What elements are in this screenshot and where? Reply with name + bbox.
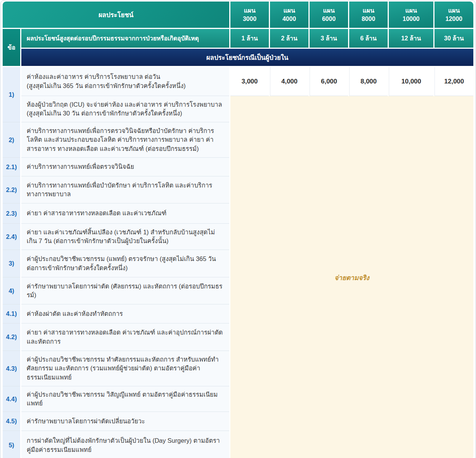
- item-no-cell: 4.5): [3, 412, 20, 431]
- max-benefit-value-cell: 3 ล้าน: [310, 29, 348, 49]
- benefit-desc-cell: ค่ายา และค่าเวชภัณฑ์สิ้นเปลือง (เวชภัณฑ์…: [21, 224, 229, 250]
- insurance-benefits-table: ผลประโยชน์ แผน 3000 แผน 4000 แผน 6000 แผ…: [2, 2, 474, 458]
- benefit-header-cell: ผลประโยชน์: [3, 2, 229, 29]
- benefit-desc-cell: ค่ารักษาพยาบาลโดยการผ่าตัดเปลี่ยนอวัยวะ: [21, 412, 229, 431]
- table-row: 1) ค่าห้องและค่าอาหาร ค่าบริการโรงพยาบาล…: [3, 67, 473, 96]
- max-benefit-row: ข้อ ผลประโยชน์สูงสุดต่อรอบปีกรรมธรรมจากก…: [3, 29, 473, 49]
- plan-header-cell: แผน 10000: [389, 2, 433, 29]
- plan-label: แผน: [230, 6, 269, 15]
- item-no-cell: 2.2): [3, 176, 20, 203]
- plan-label: แผน: [349, 6, 388, 15]
- plan-header-row: ผลประโยชน์ แผน 3000 แผน 4000 แผน 6000 แผ…: [3, 2, 473, 29]
- plan-value-cell: 3,000: [230, 67, 269, 96]
- plan-label: แผน: [434, 6, 473, 15]
- plan-label: แผน: [270, 6, 308, 15]
- benefit-desc-cell: ค่าบริการทางการแพทย์เพื่อการตรวจวินิจฉัย…: [21, 122, 229, 158]
- plan-code: 4000: [270, 15, 308, 23]
- plan-label: แผน: [310, 6, 348, 15]
- max-benefit-label-cell: ผลประโยชน์สูงสุดต่อรอบปีกรรมธรรมจากการป่…: [21, 29, 229, 49]
- item-no-cell: 3): [3, 250, 20, 277]
- benefit-desc-cell: ค่าห้องและค่าอาหาร ค่าบริการโรงพยาบาล ต่…: [21, 67, 229, 96]
- inpatient-section-banner: ผลประโยชน์กรณีเป็นผู้ป่วยใน: [21, 49, 473, 67]
- plan-value-cell: 12,000: [434, 67, 473, 96]
- plan-code: 3000: [230, 15, 269, 23]
- item-no-cell: 4): [3, 277, 20, 304]
- benefit-desc-cell: ค่าผู้ประกอบวิชาชีพเวชกรรม วิสัญญีแพทย์ …: [21, 386, 229, 412]
- item-no-cell: 2.3): [3, 203, 20, 224]
- benefit-desc-cell: ค่าผู้ประกอบวิชาชีพเวชกรรม (แพทย์) ตรวจร…: [21, 250, 229, 277]
- item-no-cell: 4.4): [3, 386, 20, 412]
- item-no-cell: 2): [3, 122, 20, 158]
- benefits-table-container: ผลประโยชน์ แผน 3000 แผน 4000 แผน 6000 แผ…: [0, 0, 476, 458]
- plan-code: 8000: [349, 15, 388, 23]
- plan-value-cell: 10,000: [389, 67, 433, 96]
- max-benefit-value-cell: 2 ล้าน: [270, 29, 308, 49]
- item-no-cell: 4.3): [3, 351, 20, 386]
- max-benefit-value-cell: 6 ล้าน: [349, 29, 388, 49]
- benefit-desc-cell: ค่ารักษาพยาบาลโดยการผ่าตัด (ศัลยกรรม) แล…: [21, 277, 229, 304]
- plan-header-cell: แผน 3000: [230, 2, 269, 29]
- max-benefit-value-cell: 12 ล้าน: [389, 29, 433, 49]
- plan-header-cell: แผน 8000: [349, 2, 388, 29]
- item-no-header-cell: ข้อ: [3, 29, 20, 67]
- plan-code: 12000: [434, 15, 473, 23]
- paid-as-actual-cell: จ่ายตามจริง: [230, 96, 473, 458]
- plan-label: แผน: [389, 6, 433, 15]
- benefit-desc-cell: ค่ายา ค่าสารอาหารทางหลอดเลือด และค่าเวชภ…: [21, 203, 229, 224]
- plan-value-cell: 6,000: [310, 67, 348, 96]
- benefit-desc-cell: ห้องผู้ป่วยวิกฤต (ICU) จะจ่ายค่าห้อง และ…: [21, 96, 229, 122]
- max-benefit-value-cell: 1 ล้าน: [230, 29, 269, 49]
- plan-value-cell: 4,000: [270, 67, 308, 96]
- plan-header-cell: แผน 12000: [434, 2, 473, 29]
- item-no-cell: 4.1): [3, 304, 20, 323]
- plan-header-cell: แผน 4000: [270, 2, 308, 29]
- max-benefit-value-cell: 30 ล้าน: [434, 29, 473, 49]
- table-row: ห้องผู้ป่วยวิกฤต (ICU) จะจ่ายค่าห้อง และ…: [3, 96, 473, 122]
- benefit-desc-cell: ค่ายา ค่าสารอาหารทางหลอดเลือด ค่าเวชภัณฑ…: [21, 323, 229, 351]
- item-no-cell: 4.2): [3, 323, 20, 351]
- benefit-desc-cell: การผ่าตัดใหญ่ที่ไม่ต้องพักรักษาตัวเป็นผู…: [21, 431, 229, 458]
- item-no-cell: 2.1): [3, 158, 20, 176]
- benefit-desc-cell: ค่าบริการทางการแพทย์เพื่อบำบัดรักษา ค่าบ…: [21, 176, 229, 203]
- benefit-desc-cell: ค่าผู้ประกอบวิชาชีพเวชกรรม ทำศัลยกรรมและ…: [21, 351, 229, 386]
- paid-as-actual-text: จ่ายตามจริง: [334, 274, 369, 282]
- inpatient-section-row: ผลประโยชน์กรณีเป็นผู้ป่วยใน: [3, 49, 473, 67]
- item-no-cell: 5): [3, 431, 20, 458]
- benefit-desc-cell: ค่าห้องผ่าตัด และค่าห้องทำหัตถการ: [21, 304, 229, 323]
- item-no-cell: 2.4): [3, 224, 20, 250]
- plan-code: 6000: [310, 15, 348, 23]
- plan-code: 10000: [389, 15, 433, 23]
- item-no-cell: 1): [3, 67, 20, 122]
- plan-value-cell: 8,000: [349, 67, 388, 96]
- benefit-desc-cell: ค่าบริการทางการแพทย์เพื่อตรวจวินิจฉัย: [21, 158, 229, 176]
- plan-header-cell: แผน 6000: [310, 2, 348, 29]
